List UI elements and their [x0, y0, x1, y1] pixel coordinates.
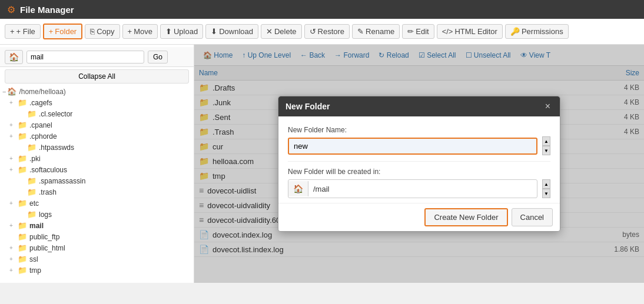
delete-icon: ✕ — [266, 27, 273, 36]
file-button[interactable]: + + File — [5, 24, 41, 39]
download-button[interactable]: ⬇ Download — [205, 24, 258, 39]
rename-button[interactable]: ✎ Rename — [352, 24, 400, 39]
tree-public-ftp[interactable]: 📁 public_ftp — [0, 231, 194, 242]
modal-body: New Folder Name: ▲ ▼ New Folder will be … — [278, 116, 560, 203]
folder-icon: 📁 — [27, 188, 36, 196]
upload-button[interactable]: ⬆ Upload — [160, 24, 203, 39]
location-path: /mail — [308, 182, 537, 196]
plus-icon: + — [9, 133, 16, 139]
folder-icon: 📁 — [18, 98, 27, 107]
location-label: New Folder will be created in: — [288, 168, 550, 176]
modal-title: New Folder — [286, 102, 330, 111]
upload-icon: ⬆ — [165, 27, 172, 36]
plus-icon: + — [9, 166, 16, 173]
folder-icon: 📁 — [18, 154, 27, 163]
plus-icon: + — [9, 200, 16, 206]
html-editor-button[interactable]: </> HTML Editor — [437, 24, 503, 39]
folder-icon: 📁 — [27, 176, 36, 185]
minus-icon: − — [2, 88, 6, 95]
folder-icon: 📁 — [27, 210, 36, 219]
toolbar: + + File + Folder ⎘ Copy + Move ⬆ Upload… — [0, 19, 644, 45]
cancel-button[interactable]: Cancel — [512, 208, 553, 226]
restore-icon: ↺ — [310, 27, 316, 36]
go-button[interactable]: Go — [148, 51, 168, 64]
edit-icon: ✏ — [407, 27, 414, 36]
folder-icon: 📁 — [18, 221, 27, 230]
tree-ssl[interactable]: + 📁 ssl — [0, 253, 194, 265]
app-title: File Manager — [20, 5, 74, 15]
tree-root[interactable]: − 🏠 /home/helloaa) — [0, 86, 194, 97]
html-editor-icon: </> — [442, 27, 453, 36]
folder-icon: 📁 — [18, 132, 27, 141]
move-icon: + — [128, 27, 132, 36]
modal-divider — [288, 161, 550, 162]
modal-close-button[interactable]: × — [543, 101, 553, 112]
folder-plus-icon: + — [49, 27, 54, 36]
plus-icon: + — [9, 155, 16, 162]
home-folder-icon: 🏠 — [7, 87, 16, 96]
rename-icon: ✎ — [357, 27, 364, 36]
copy-icon: ⎘ — [90, 27, 95, 36]
sidebar: 🏠 Go Collapse All − 🏠 /home/helloaa) + 📁… — [0, 45, 194, 283]
file-list: 🏠 Home ↑ Up One Level ← Back → Forward ↻… — [194, 45, 644, 283]
tree-softaculous[interactable]: + 📁 .softaculous — [0, 164, 194, 175]
copy-button[interactable]: ⎘ Copy — [85, 24, 119, 39]
folder-icon: 📁 — [18, 243, 27, 252]
tree-cpanel[interactable]: + 📁 .cpanel — [0, 119, 194, 131]
permissions-button[interactable]: 🔑 Permissions — [505, 24, 569, 39]
tree-tmp[interactable]: + 📁 tmp — [0, 265, 194, 276]
edit-button[interactable]: ✏ Edit — [402, 24, 434, 39]
tree-cl-selector[interactable]: 📁 .cl.selector — [0, 108, 194, 119]
folder-name-label: New Folder Name: — [288, 126, 537, 134]
home-location-icon: 🏠 — [288, 181, 308, 196]
folder-icon: 📁 — [18, 199, 27, 208]
address-input[interactable] — [26, 51, 144, 64]
tree-cagefs[interactable]: + 📁 .cagefs — [0, 97, 194, 108]
plus-icon: + — [9, 245, 16, 251]
loc-scroll-down-button[interactable]: ▼ — [542, 189, 550, 198]
folder-icon: 📁 — [18, 165, 27, 174]
tree-mail[interactable]: + 📁 mail — [0, 220, 194, 231]
folder-icon: 📁 — [27, 143, 36, 152]
folder-icon: 📁 — [18, 266, 27, 275]
tree-logs[interactable]: 📁 logs — [0, 209, 194, 220]
plus-icon: + — [9, 256, 16, 262]
tree-trash[interactable]: 📁 .trash — [0, 186, 194, 198]
tree-pki[interactable]: + 📁 .pki — [0, 153, 194, 164]
modal-overlay: New Folder × New Folder Name: ▲ ▼ — [194, 45, 644, 283]
plus-icon: + — [9, 222, 16, 229]
home-address-button[interactable]: 🏠 — [5, 50, 23, 64]
plus-icon: + — [9, 122, 16, 128]
permissions-icon: 🔑 — [510, 27, 520, 36]
tree-spamassassin[interactable]: 📁 .spamassassin — [0, 175, 194, 186]
move-button[interactable]: + Move — [122, 24, 158, 39]
main-content: 🏠 Go Collapse All − 🏠 /home/helloaa) + 📁… — [0, 45, 644, 283]
tree-cphorde[interactable]: + 📁 .cphorde — [0, 131, 194, 142]
folder-icon: 📁 — [18, 232, 27, 241]
create-new-folder-button[interactable]: Create New Folder — [424, 208, 507, 226]
modal-footer: Create New Folder Cancel — [278, 203, 560, 231]
tree-etc[interactable]: + 📁 etc — [0, 198, 194, 209]
plus-icon: + — [9, 267, 16, 273]
folder-name-input[interactable] — [288, 138, 537, 155]
plus-icon: + — [9, 99, 16, 106]
collapse-all-button[interactable]: Collapse All — [5, 69, 189, 83]
folder-icon: 📁 — [18, 255, 27, 263]
header: ⚙ File Manager — [0, 0, 644, 19]
new-folder-modal: New Folder × New Folder Name: ▲ ▼ — [278, 96, 560, 232]
tree-htpasswds[interactable]: 📁 .htpasswds — [0, 142, 194, 153]
tree-public-html[interactable]: + 📁 public_html — [0, 242, 194, 253]
scroll-down-button[interactable]: ▼ — [542, 146, 550, 155]
download-icon: ⬇ — [211, 27, 217, 36]
restore-button[interactable]: ↺ Restore — [304, 24, 350, 39]
scroll-up-button[interactable]: ▲ — [542, 136, 550, 146]
folder-icon: 📁 — [27, 109, 36, 118]
folder-icon: 📁 — [18, 121, 27, 129]
file-icon: + — [10, 27, 15, 36]
location-bar: 🏠 /mail — [288, 179, 537, 198]
modal-header: New Folder × — [278, 96, 560, 116]
delete-button[interactable]: ✕ Delete — [261, 24, 302, 39]
folder-button[interactable]: + Folder — [43, 24, 82, 39]
address-bar: 🏠 Go — [0, 47, 194, 67]
loc-scroll-up-button[interactable]: ▲ — [542, 179, 550, 189]
